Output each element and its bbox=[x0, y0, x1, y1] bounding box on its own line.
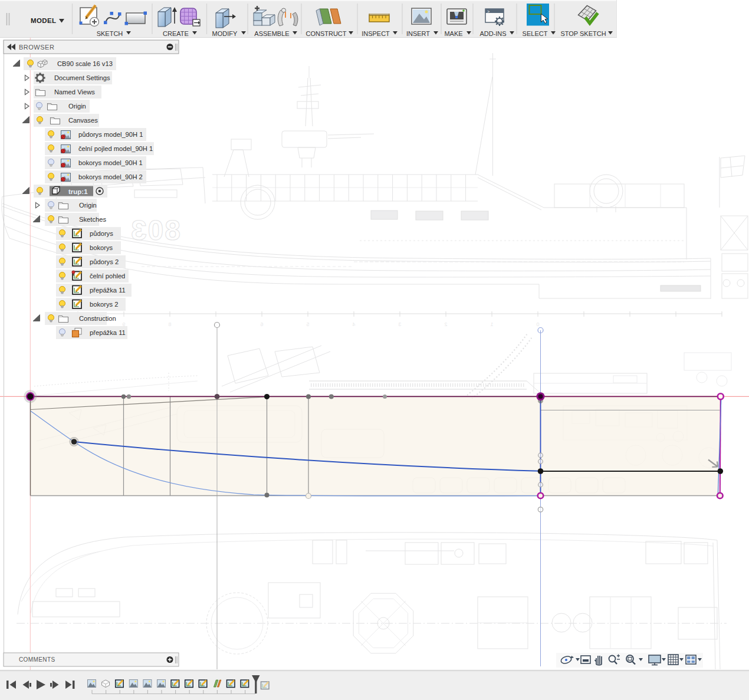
svg-text:půdorys: půdorys bbox=[90, 230, 113, 237]
svg-text:půdorys 2: půdorys 2 bbox=[90, 258, 119, 265]
svg-text:MAKE: MAKE bbox=[444, 30, 462, 37]
svg-text:803: 803 bbox=[130, 215, 180, 246]
svg-text:8: 8 bbox=[168, 321, 171, 327]
svg-text:CB90 scale 16 v13: CB90 scale 16 v13 bbox=[57, 60, 113, 67]
svg-text:SKETCH: SKETCH bbox=[97, 30, 123, 37]
svg-text:bokorys model_90H 1: bokorys model_90H 1 bbox=[78, 159, 143, 166]
svg-text:bokorys 2: bokorys 2 bbox=[90, 301, 119, 308]
svg-text:INSPECT: INSPECT bbox=[362, 30, 390, 37]
svg-text:STOP SKETCH: STOP SKETCH bbox=[560, 30, 606, 37]
svg-text:čelní pojled model_90H 1: čelní pojled model_90H 1 bbox=[78, 145, 153, 152]
svg-text:čelní pohled: čelní pohled bbox=[90, 272, 125, 280]
svg-text:CONSTRUCT: CONSTRUCT bbox=[305, 30, 346, 37]
svg-text:>_: >_ bbox=[487, 9, 492, 14]
svg-text:1: 1 bbox=[490, 321, 493, 327]
svg-text:0: 0 bbox=[536, 321, 539, 327]
svg-text:bokorys: bokorys bbox=[90, 244, 113, 251]
svg-text:BROWSER: BROWSER bbox=[19, 44, 54, 51]
svg-text:Origin: Origin bbox=[79, 202, 97, 209]
svg-text:SELECT: SELECT bbox=[523, 30, 548, 37]
svg-text:4: 4 bbox=[352, 321, 355, 327]
svg-text:CREATE: CREATE bbox=[163, 30, 189, 37]
svg-text:Construction: Construction bbox=[79, 315, 116, 322]
svg-text:3: 3 bbox=[398, 321, 401, 327]
svg-text:Canvases: Canvases bbox=[68, 117, 98, 124]
svg-text:ASSEMBLE: ASSEMBLE bbox=[254, 30, 289, 37]
svg-text:5: 5 bbox=[306, 321, 309, 327]
svg-text:bokorys model_90H 2: bokorys model_90H 2 bbox=[78, 173, 143, 180]
svg-text:INSERT: INSERT bbox=[406, 30, 430, 37]
svg-text:COMMENTS: COMMENTS bbox=[19, 656, 55, 663]
svg-text:MODEL: MODEL bbox=[31, 17, 57, 24]
svg-text:6: 6 bbox=[260, 321, 263, 327]
svg-text:ADD-INS: ADD-INS bbox=[479, 30, 506, 37]
svg-text:Named Views: Named Views bbox=[54, 88, 95, 96]
svg-text:půdorys model_90H 1: půdorys model_90H 1 bbox=[78, 131, 143, 138]
svg-text:Origin: Origin bbox=[68, 103, 86, 110]
svg-text:2: 2 bbox=[444, 321, 447, 327]
svg-text:přepážka 11: přepážka 11 bbox=[90, 329, 126, 336]
svg-text:MODIFY: MODIFY bbox=[212, 30, 238, 37]
svg-text:trup:1: trup:1 bbox=[68, 188, 88, 195]
svg-text:přepážka 11: přepážka 11 bbox=[90, 287, 126, 294]
svg-text:Document Settings: Document Settings bbox=[54, 74, 110, 81]
svg-text:Sketches: Sketches bbox=[79, 216, 106, 223]
